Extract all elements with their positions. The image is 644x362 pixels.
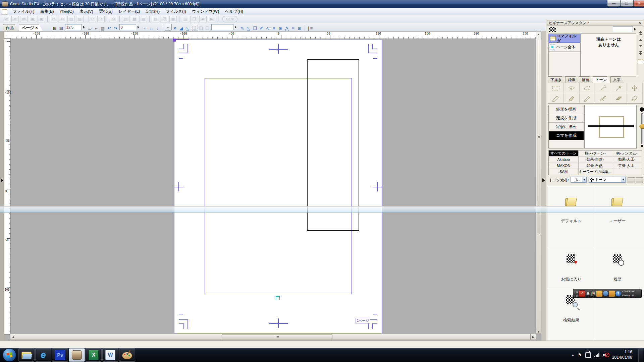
show-ruler-icon[interactable]: ⌐ [165,24,172,31]
tone-flyout-icon[interactable] [634,28,636,31]
vertical-scrollbar[interactable]: ▲ ▼ [536,31,541,334]
copy-icon[interactable]: ⧉ [59,16,66,22]
taskbar-excel[interactable]: X [86,348,102,362]
show-desktop-button[interactable] [638,348,643,362]
taskbar-paint-app[interactable] [119,348,135,362]
snap-flyout-icon[interactable] [235,26,236,28]
flip-horizontal-icon[interactable]: ↔ [148,25,155,31]
tone-cat-bg-natural[interactable]: 背景-自然- [579,163,612,169]
new-item-icon[interactable] [638,59,643,64]
window-icon[interactable]: ❏ [191,16,198,22]
menu-filter[interactable]: フィルタ(I) [163,8,189,15]
document-icon[interactable] [2,9,7,14]
ime-caps-label[interactable]: CAPS [622,290,630,293]
volume-muted-icon[interactable] [603,353,609,357]
open-icon[interactable]: ▭ [20,16,28,22]
pen-tool-icon[interactable]: ✎ [239,25,246,31]
paste-icon[interactable]: ▤ [67,16,75,22]
taskbar-photoshop[interactable]: Ps [52,348,68,362]
zoom-in-icon[interactable]: ⊞ [52,25,58,31]
lasso-tool-icon[interactable] [564,83,580,93]
ime-tools-icon[interactable] [596,291,602,297]
history-icon[interactable] [613,254,622,263]
minimize-button[interactable]: — [607,0,620,7]
page-open-icon[interactable]: ▦ [131,16,138,22]
tab-tone[interactable]: トーン [593,76,610,83]
tone-cat-keyword-edit[interactable]: キーワードの編集... [579,169,612,175]
user-folder-icon[interactable] [611,197,622,206]
move-tool-icon[interactable] [627,83,643,93]
show-grid-icon[interactable]: ⬚ [191,24,198,31]
pencil-tool-icon[interactable] [580,93,595,103]
ime-toolbox-icon[interactable] [609,291,615,297]
rotate-left-icon[interactable]: ↶ [106,25,112,31]
tone-panel-handle-icon[interactable] [542,178,545,182]
tab-page[interactable]: ページ × [19,24,43,31]
ime-status-icon[interactable]: ✓ [579,290,585,297]
slider-max-dot[interactable] [640,107,644,112]
scroll-next-icon[interactable] [638,45,643,47]
reset-view-icon[interactable]: ▪ [142,25,148,31]
action-draw-on-ruler[interactable]: 定規に描画 [549,123,584,131]
new-page-icon[interactable]: ▱ [11,16,19,22]
ime-grip[interactable] [574,291,578,297]
scroll-last-icon[interactable] [638,51,643,55]
ime-mode-a[interactable]: A [586,291,590,296]
eyedropper-tool-icon[interactable] [611,83,627,93]
snap-ruler-icon[interactable]: ◢ [178,25,184,31]
drawn-panel-rect[interactable] [307,59,359,231]
tab-wakusen[interactable]: 枠線 [565,76,579,83]
folder-up-icon[interactable] [628,177,635,183]
taskbar-explorer[interactable] [18,348,35,362]
delete-icon[interactable]: ▥ [76,16,84,22]
new-folder-icon[interactable] [636,177,643,183]
pattern-brush-tool-icon[interactable] [595,93,611,103]
check-icon[interactable]: ☑ [161,16,168,22]
tone-cat-effect-natural[interactable]: 効果-自然- [579,157,612,163]
tone-cat-random[interactable]: 柄-ランダム- [612,150,642,157]
flip-vertical-icon[interactable]: ↕ [155,25,161,31]
tone-thumbnail-icon[interactable] [549,27,556,32]
ime-options-icon[interactable]: ▼ [632,294,634,297]
menu-layer[interactable]: レイヤー(L) [116,8,143,15]
tone-cat-pattern[interactable]: 柄-パターン- [579,150,612,157]
action-create-koma[interactable]: コマを作成 [549,131,584,140]
ime-dictionary-icon[interactable] [603,291,608,296]
marquee-tool-icon[interactable] [548,83,564,93]
tone-tool-icon[interactable]: ❒ [252,25,258,31]
redo-icon[interactable]: ↷ [97,16,105,22]
material-icon[interactable]: ◳ [182,16,189,22]
tone-cat-bg-artificial[interactable]: 背景-人工- [612,163,642,169]
frame-selection-handle[interactable] [276,296,280,300]
new-work-icon[interactable]: ▱ [3,16,10,22]
compass-icon[interactable]: ✐ [258,25,265,31]
grid-show-icon[interactable]: ⊞ [297,25,303,31]
print-icon[interactable]: ⎙ [110,16,117,22]
comicstudio-app-icon[interactable] [2,1,8,7]
menu-window[interactable]: ウィンドウ(W) [189,8,222,15]
french-curve-icon[interactable]: ∿ [265,25,271,31]
scroll-first-icon[interactable] [638,31,643,35]
history-label[interactable]: 履歴 [601,277,634,282]
page-edit-icon[interactable]: ▧ [140,16,147,22]
left-panel-handle-icon[interactable] [1,178,3,182]
tab-byouga[interactable]: 描画 [579,76,593,83]
tone-cat-maxon[interactable]: MAXON [549,163,579,169]
close-button[interactable]: ✕ [633,0,644,7]
action-create-ruler[interactable]: 定規を作成 [549,114,584,123]
vertical-scroll-thumb[interactable] [537,40,541,234]
parallel-lines-icon[interactable]: ≡ [271,25,277,31]
tab-moji[interactable]: 文字 [610,76,624,83]
slider-handle[interactable] [639,124,644,129]
action-draw-rect[interactable]: 矩形を描画 [549,105,584,114]
taskbar-comicstudio-active[interactable] [69,348,85,362]
fit-page-icon[interactable]: ▱ [87,25,93,31]
panel-title-bar[interactable]: ビギナーズアシスタント ✕ [547,20,643,25]
symmetry-icon[interactable]: ⋀ [284,25,290,31]
story-editor-icon[interactable]: ▤ [152,16,159,22]
menu-work[interactable]: 作品(O) [57,8,76,15]
undo-icon[interactable]: ↶ [89,16,96,22]
rotate-right-icon[interactable]: ↷ [112,25,119,31]
horizontal-scrollbar[interactable]: ◀ ▶ [10,334,536,340]
favorites-icon[interactable]: ♥ [567,254,575,263]
